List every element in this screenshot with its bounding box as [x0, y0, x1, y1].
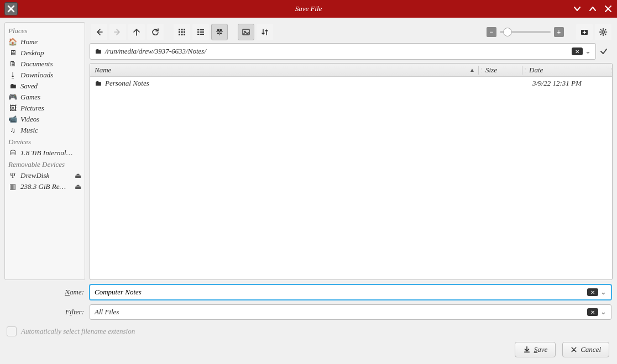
save-button[interactable]: Save [515, 342, 556, 357]
main-panel: − + 🖿 /run/media/drew/3937-6633/Notes/ ✕… [90, 22, 613, 280]
usb-icon: Ψ [8, 171, 17, 180]
zoom-in-icon[interactable]: + [554, 27, 564, 37]
videos-icon: 📹 [8, 115, 17, 124]
disk-icon: ⛁ [8, 149, 17, 157]
column-size[interactable]: Size [482, 66, 522, 75]
sidebar-item-pictures[interactable]: 🖼Pictures [5, 103, 85, 114]
clear-path-icon[interactable]: ✕ [572, 48, 583, 55]
auto-extension-checkbox[interactable] [7, 326, 17, 336]
sidebar-item-downloads[interactable]: ⭳Downloads [5, 70, 85, 81]
save-icon [523, 346, 531, 354]
close-icon[interactable] [604, 4, 613, 13]
download-icon: ⭳ [8, 71, 17, 80]
games-icon: 🎮 [8, 93, 17, 102]
settings-button[interactable] [595, 24, 611, 40]
folder-icon: 🖿 [8, 82, 17, 91]
svg-rect-10 [200, 29, 204, 30]
file-row[interactable]: 🖿Personal Notes 3/9/22 12:31 PM [90, 77, 612, 90]
svg-rect-0 [179, 29, 180, 30]
filename-input[interactable]: ✕ ⌄ [90, 284, 611, 300]
bottom-form: Name: ✕ ⌄ Filter: All Files ✕ ⌄ Automati… [0, 280, 617, 336]
places-heading: Places [5, 25, 85, 36]
reload-button[interactable] [147, 24, 164, 40]
minimize-icon[interactable] [573, 4, 582, 13]
clear-name-icon[interactable]: ✕ [587, 288, 598, 296]
icons-view-button[interactable] [174, 24, 190, 40]
folder-icon: 🖿 [95, 79, 102, 88]
svg-point-18 [602, 31, 604, 33]
sort-asc-icon: ▲ [469, 67, 475, 73]
slider-track[interactable] [500, 31, 551, 33]
filter-dropdown-icon[interactable]: ⌄ [598, 308, 609, 316]
document-icon: 🗎 [8, 60, 17, 68]
filter-combo[interactable]: All Files ✕ ⌄ [90, 304, 611, 320]
sidebar-item-documents[interactable]: 🗎Documents [5, 59, 85, 70]
sd-icon: ▥ [8, 182, 17, 191]
file-date: 3/9/22 12:31 PM [529, 79, 612, 88]
sidebar-item-desktop[interactable]: 🖥Desktop [5, 48, 85, 59]
svg-rect-9 [197, 29, 199, 30]
column-header[interactable]: Name▲ ⋮ Size ⋮ Date ⋮ [90, 64, 612, 77]
name-label: Name: [6, 288, 86, 297]
cancel-icon [571, 346, 577, 353]
devices-heading: Devices [5, 136, 85, 147]
clear-filter-icon[interactable]: ✕ [587, 308, 598, 316]
details-view-button[interactable] [211, 24, 228, 40]
eject-icon[interactable]: ⏏ [75, 171, 81, 180]
home-icon: 🏠 [8, 38, 17, 46]
svg-rect-6 [179, 34, 180, 35]
svg-rect-1 [181, 29, 183, 30]
preview-button[interactable] [238, 24, 254, 40]
filename-field[interactable] [92, 288, 587, 297]
sidebar-item-saved[interactable]: 🖿Saved [5, 81, 85, 92]
name-dropdown-icon[interactable]: ⌄ [598, 288, 609, 297]
svg-rect-7 [181, 34, 183, 35]
svg-rect-5 [184, 31, 185, 33]
auto-extension-label: Automatically select filename extension [21, 327, 135, 336]
sidebar-item-games[interactable]: 🎮Games [5, 92, 85, 103]
compact-view-button[interactable] [192, 24, 209, 40]
svg-rect-13 [197, 34, 199, 35]
sidebar-item-home[interactable]: 🏠Home [5, 36, 85, 48]
sidebar-item-drewdisk[interactable]: ΨDrewDisk⏏ [5, 170, 85, 181]
forward-button[interactable] [109, 24, 126, 40]
toolbar: − + [90, 22, 613, 42]
app-icon [4, 2, 18, 15]
back-button[interactable] [91, 24, 107, 40]
path-dropdown-icon[interactable]: ⌄ [583, 47, 593, 56]
svg-rect-12 [200, 31, 204, 33]
sidebar-item-sdcard[interactable]: ▥238.3 GiB Re…⏏ [5, 181, 85, 192]
path-text: /run/media/drew/3937-6633/Notes/ [104, 47, 572, 56]
column-name[interactable]: Name▲ [90, 66, 478, 75]
svg-rect-4 [181, 31, 183, 33]
go-button[interactable] [599, 47, 613, 56]
auto-extension-row[interactable]: Automatically select filename extension [6, 324, 611, 336]
filter-value: All Files [92, 308, 587, 316]
sidebar-item-internal-disk[interactable]: ⛁1.8 TiB Internal… [5, 147, 85, 159]
save-label: Save [534, 345, 548, 354]
sidebar-item-videos[interactable]: 📹Videos [5, 114, 85, 125]
zoom-slider[interactable]: − + [487, 27, 564, 37]
window-title: Save File [295, 4, 322, 13]
svg-rect-2 [184, 29, 185, 30]
cancel-button[interactable]: Cancel [562, 342, 609, 357]
sort-button[interactable] [257, 24, 273, 40]
svg-rect-14 [200, 34, 204, 35]
up-button[interactable] [128, 24, 145, 40]
svg-rect-11 [197, 31, 199, 33]
new-folder-button[interactable] [576, 24, 593, 40]
filter-label: Filter: [6, 308, 86, 316]
titlebar: Save File [0, 0, 617, 18]
path-input[interactable]: 🖿 /run/media/drew/3937-6633/Notes/ ✕ ⌄ [90, 43, 596, 60]
maximize-icon[interactable] [588, 4, 597, 13]
column-date[interactable]: Date [526, 66, 609, 75]
file-list[interactable]: Name▲ ⋮ Size ⋮ Date ⋮ 🖿Personal Notes 3/… [90, 63, 613, 280]
folder-icon: 🖿 [95, 47, 102, 56]
removable-heading: Removable Devices [5, 159, 85, 170]
zoom-out-icon[interactable]: − [487, 27, 496, 37]
slider-thumb[interactable] [503, 28, 512, 36]
sidebar-item-music[interactable]: ♫Music [5, 125, 85, 136]
eject-icon[interactable]: ⏏ [75, 182, 81, 191]
file-name: Personal Notes [105, 79, 149, 88]
cancel-label: Cancel [581, 345, 601, 354]
